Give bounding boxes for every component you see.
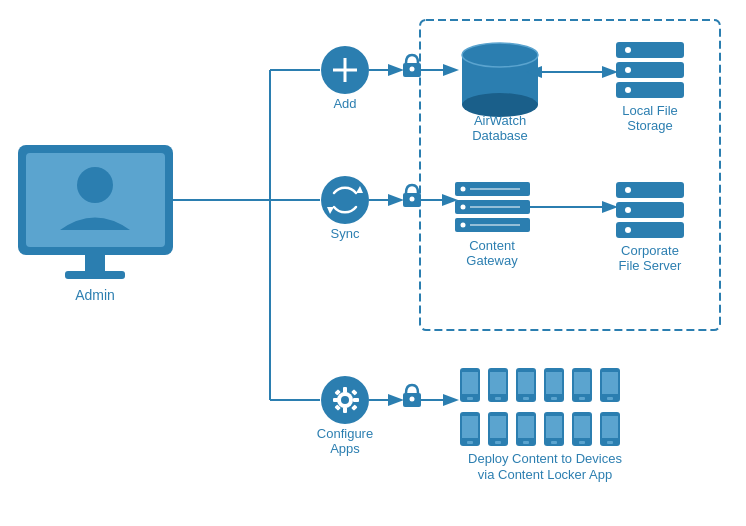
svg-point-43 [461,205,466,210]
svg-rect-79 [551,397,557,400]
svg-rect-91 [495,441,501,444]
admin-label: Admin [75,287,115,303]
svg-point-25 [625,67,631,73]
deploy-content-label-2: via Content Locker App [478,467,612,482]
configure-apps-label: Configure [317,426,373,441]
local-file-storage-label-2: Storage [627,118,673,133]
svg-point-24 [625,47,631,53]
svg-point-66 [410,397,415,402]
sync-label: Sync [331,226,360,241]
airwatch-db-label: AirWatch [474,113,526,128]
airwatch-db-label-2: Database [472,128,528,143]
svg-rect-88 [467,441,473,444]
svg-rect-94 [523,441,529,444]
local-file-storage-label: Local File [622,103,678,118]
svg-rect-84 [602,372,618,394]
svg-point-42 [461,187,466,192]
svg-rect-75 [518,372,534,394]
svg-point-44 [461,223,466,228]
svg-rect-69 [462,372,478,394]
content-gateway-label: Content [469,238,515,253]
configure-apps-label-2: Apps [330,441,360,456]
svg-rect-99 [574,416,590,438]
svg-rect-76 [523,397,529,400]
svg-rect-78 [546,372,562,394]
svg-rect-73 [495,397,501,400]
diagram-container: Admin Add Sync Configure Apps AirWatch D… [0,0,746,526]
svg-point-55 [341,396,349,404]
add-label: Add [333,96,356,111]
svg-rect-5 [65,271,125,279]
corporate-file-server-label: Corporate [621,243,679,258]
svg-rect-97 [551,441,557,444]
svg-rect-81 [574,372,590,394]
svg-point-29 [321,176,369,224]
svg-rect-103 [607,441,613,444]
svg-rect-90 [490,416,506,438]
deploy-content-label: Deploy Content to Devices [468,451,622,466]
svg-point-3 [77,167,113,203]
svg-rect-96 [546,416,562,438]
content-gateway-label-2: Gateway [466,253,518,268]
svg-rect-87 [462,416,478,438]
svg-rect-56 [343,387,347,393]
corporate-file-server-label-2: File Server [619,258,683,273]
svg-rect-57 [343,407,347,413]
svg-rect-93 [518,416,534,438]
svg-point-34 [410,197,415,202]
svg-point-26 [625,87,631,93]
svg-rect-100 [579,441,585,444]
svg-rect-58 [333,398,339,402]
svg-rect-102 [602,416,618,438]
svg-point-15 [410,67,415,72]
svg-rect-4 [85,255,105,273]
svg-rect-85 [607,397,613,400]
svg-rect-82 [579,397,585,400]
svg-point-50 [625,207,631,213]
svg-rect-70 [467,397,473,400]
svg-point-49 [625,187,631,193]
svg-rect-72 [490,372,506,394]
svg-rect-59 [353,398,359,402]
svg-point-51 [625,227,631,233]
